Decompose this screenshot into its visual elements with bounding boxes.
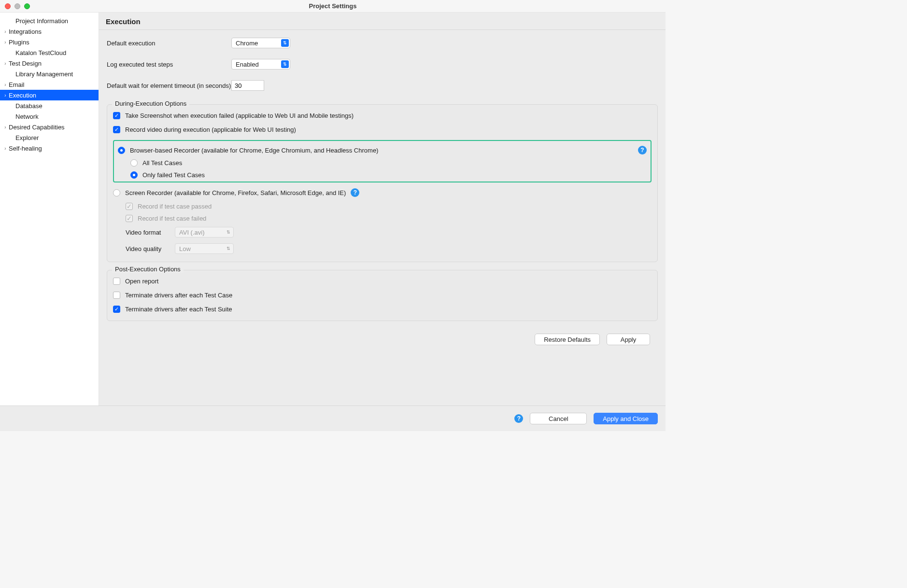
help-icon[interactable]: ?	[638, 146, 647, 154]
checkbox-terminate-case[interactable]	[113, 292, 120, 299]
row-open-report: Open report	[113, 278, 652, 285]
restore-defaults-button[interactable]: Restore Defaults	[535, 334, 600, 345]
apply-close-button[interactable]: Apply and Close	[594, 413, 658, 424]
updown-arrows-icon: ⇅	[225, 228, 232, 236]
sidebar-item-self-healing[interactable]: ›Self-healing	[0, 143, 99, 154]
sidebar-item-desired-capabilities[interactable]: ›Desired Capabilities	[0, 122, 99, 132]
row-default-execution: Default execution Chrome ⇅	[107, 38, 658, 48]
row-browser-based: Browser-based Recorder (available for Ch…	[118, 146, 647, 154]
dialog-bottom-bar: ? Cancel Apply and Close	[0, 406, 666, 431]
panel-footer: Restore Defaults Apply	[107, 329, 658, 346]
group-during-execution: During-Execution Options ✓ Take Screensh…	[107, 104, 658, 262]
label-video-format: Video format	[126, 229, 169, 236]
chevron-right-icon: ›	[2, 29, 9, 34]
group-title-post: Post-Execution Options	[112, 266, 184, 273]
sidebar-item-test-design[interactable]: ›Test Design	[0, 58, 99, 69]
label-wait-timeout: Default wait for element timeout (in sec…	[107, 82, 231, 89]
sidebar-item-library-management[interactable]: Library Management	[0, 69, 99, 79]
row-wait-timeout: Default wait for element timeout (in sec…	[107, 80, 658, 91]
checkbox-open-report[interactable]	[113, 278, 120, 285]
highlight-browser-recorder: Browser-based Recorder (available for Ch…	[113, 140, 652, 182]
sidebar-item-database[interactable]: Database	[0, 100, 99, 111]
sidebar: Project Information ›Integrations ›Plugi…	[0, 13, 99, 406]
content-header: Execution	[99, 13, 666, 30]
chevron-right-icon: ›	[2, 82, 9, 87]
row-take-screenshot: ✓ Take Screenshot when execution failed …	[113, 112, 652, 119]
group-title-during: During-Execution Options	[112, 100, 189, 107]
input-wait-timeout[interactable]	[231, 80, 264, 91]
cancel-button[interactable]: Cancel	[530, 413, 587, 424]
sidebar-item-integrations[interactable]: ›Integrations	[0, 26, 99, 37]
settings-window: Project Settings Project Information ›In…	[0, 0, 666, 431]
row-record-failed: ✓ Record if test case failed	[126, 215, 652, 222]
sidebar-item-execution[interactable]: ›Execution	[0, 90, 99, 100]
checkbox-terminate-suite[interactable]: ✓	[113, 306, 120, 313]
row-record-video: ✓ Record video during execution (applica…	[113, 126, 652, 133]
updown-arrows-icon: ⇅	[225, 245, 232, 252]
checkbox-record-passed: ✓	[126, 203, 133, 210]
radio-screen-recorder[interactable]	[113, 189, 120, 196]
chevron-right-icon: ›	[2, 40, 9, 45]
row-video-quality: Video quality Low ⇅	[113, 243, 652, 254]
updown-arrows-icon: ⇅	[281, 60, 289, 68]
checkbox-take-screenshot[interactable]: ✓	[113, 112, 120, 119]
sidebar-item-plugins[interactable]: ›Plugins	[0, 37, 99, 47]
label-video-quality: Video quality	[126, 245, 169, 252]
titlebar: Project Settings	[0, 0, 666, 13]
radio-only-failed[interactable]	[130, 171, 138, 179]
row-video-format: Video format AVI (.avi) ⇅	[113, 227, 652, 238]
select-video-format: AVI (.avi) ⇅	[175, 227, 234, 238]
checkbox-record-video[interactable]: ✓	[113, 126, 120, 133]
body: Project Information ›Integrations ›Plugi…	[0, 13, 666, 406]
select-default-execution[interactable]: Chrome ⇅	[231, 38, 290, 48]
help-icon[interactable]: ?	[351, 188, 359, 197]
sidebar-item-network[interactable]: Network	[0, 111, 99, 122]
chevron-right-icon: ›	[2, 146, 9, 151]
group-post-execution: Post-Execution Options Open report Termi…	[107, 270, 658, 321]
radio-all-test-cases[interactable]	[130, 159, 138, 167]
label-log-steps: Log executed test steps	[107, 61, 231, 68]
row-record-passed: ✓ Record if test case passed	[126, 203, 652, 210]
content-panel: Execution Default execution Chrome ⇅ Log…	[99, 13, 666, 406]
sidebar-item-email[interactable]: ›Email	[0, 79, 99, 90]
apply-button[interactable]: Apply	[607, 334, 650, 345]
row-screen-recorder: Screen Recorder (available for Chrome, F…	[113, 188, 652, 197]
sidebar-item-project-information[interactable]: Project Information	[0, 15, 99, 26]
updown-arrows-icon: ⇅	[281, 39, 289, 47]
settings-body: Default execution Chrome ⇅ Log executed …	[99, 30, 666, 351]
radio-browser-based[interactable]	[118, 147, 125, 154]
label-default-execution: Default execution	[107, 40, 231, 47]
sidebar-item-katalon-testcloud[interactable]: Katalon TestCloud	[0, 47, 99, 58]
help-icon[interactable]: ?	[514, 414, 523, 423]
row-only-failed: Only failed Test Cases	[130, 171, 647, 179]
row-terminate-suite: ✓ Terminate drivers after each Test Suit…	[113, 306, 652, 313]
row-log-steps: Log executed test steps Enabled ⇅	[107, 59, 658, 70]
select-log-steps[interactable]: Enabled ⇅	[231, 59, 290, 70]
row-terminate-case: Terminate drivers after each Test Case	[113, 292, 652, 299]
chevron-right-icon: ›	[2, 125, 9, 130]
sidebar-item-explorer[interactable]: Explorer	[0, 132, 99, 143]
select-video-quality: Low ⇅	[175, 243, 234, 254]
row-all-test-cases: All Test Cases	[130, 159, 647, 167]
chevron-right-icon: ›	[2, 93, 9, 98]
window-title: Project Settings	[0, 2, 666, 10]
chevron-right-icon: ›	[2, 61, 9, 66]
checkbox-record-failed: ✓	[126, 215, 133, 222]
